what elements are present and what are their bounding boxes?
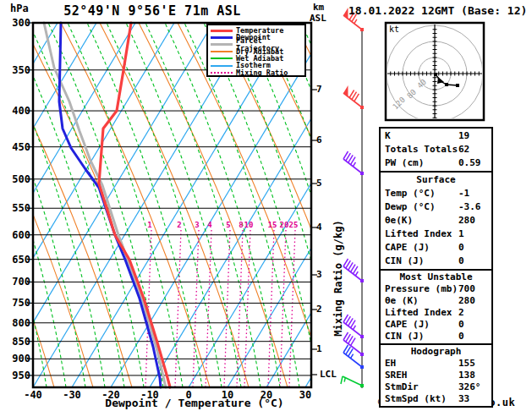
table-cell-value: 326° — [458, 381, 489, 393]
table-cell-value: 0.59 — [458, 156, 489, 170]
pressure-tick-label: 600 — [2, 230, 30, 240]
pressure-tick-label: 450 — [2, 142, 30, 152]
table-cell-value: 280 — [458, 214, 489, 227]
table-cell-value: -3.6 — [458, 200, 489, 214]
table-cell-label: Dewp (°C) — [385, 200, 458, 214]
table-cell-label: StmDir — [385, 381, 458, 393]
table-row: Temp (°C)-1 — [381, 187, 491, 200]
pressure-tick-label: 350 — [2, 65, 30, 75]
table-row: Dewp (°C)-3.6 — [381, 200, 491, 214]
table-cell-label: CIN (J) — [385, 331, 458, 342]
mixing-ratio-axis-label: Mixing Ratio (g/kg) — [333, 194, 343, 363]
table-cell-label: PW (cm) — [385, 156, 458, 170]
lcl-label: LCL — [320, 370, 337, 379]
temperature-tick-label: 20 — [250, 390, 283, 400]
table-cell-label: CIN (J) — [385, 255, 458, 268]
height-tick-label: 5 — [316, 178, 322, 188]
table-row: StmDir326° — [381, 381, 491, 393]
table-cell-value: 1 — [458, 227, 489, 241]
table-cell-value: 0 — [458, 255, 489, 268]
table-cell-value: 138 — [458, 370, 489, 381]
pressure-tick-label: 950 — [2, 370, 30, 381]
table-cell-label: Lifted Index — [385, 227, 458, 241]
height-tick-label: 4 — [316, 222, 322, 232]
table-cell-value: 0 — [458, 319, 489, 331]
table-cell-label: Lifted Index — [385, 307, 458, 319]
table-row: CIN (J)0 — [381, 255, 491, 268]
table-cell-value: 0 — [458, 241, 489, 255]
legend-swatch — [211, 43, 233, 46]
pressure-tick-label: 850 — [2, 337, 30, 347]
height-axis-unit-km: km — [313, 3, 324, 12]
table-row: StmSpd (kt)33 — [381, 393, 491, 405]
pressure-tick-label: 750 — [2, 298, 30, 308]
table-section-header: Surface — [381, 173, 491, 187]
wind-barb — [341, 376, 364, 387]
height-tick-label: 7 — [316, 85, 322, 94]
table-cell-value: 280 — [458, 295, 489, 307]
table-row: Totals Totals62 — [381, 143, 491, 156]
indices-table: K19Totals Totals62PW (cm)0.59SurfaceTemp… — [379, 127, 493, 408]
table-row: θe (K)280 — [381, 295, 491, 307]
table-cell-label: EH — [385, 358, 458, 370]
mixing-ratio-value-label: 2 — [172, 222, 187, 229]
pressure-tick-label: 900 — [2, 353, 30, 364]
temperature-tick-label: 30 — [288, 390, 322, 400]
table-cell-label: Totals Totals — [385, 143, 458, 156]
table-row: PW (cm)0.59 — [381, 156, 491, 170]
pressure-tick-label: 650 — [2, 255, 30, 265]
table-cell-label: CAPE (J) — [385, 319, 458, 331]
height-tick-label: 1 — [316, 344, 322, 353]
table-cell-value: 33 — [458, 393, 489, 405]
legend-swatch — [211, 72, 233, 74]
wind-barb — [343, 85, 364, 109]
table-row: Lifted Index1 — [381, 227, 491, 241]
pressure-tick-label: 550 — [2, 203, 30, 213]
table-row: Lifted Index2 — [381, 307, 491, 319]
table-row: K19 — [381, 129, 491, 143]
temperature-tick-label: -30 — [55, 390, 89, 400]
legend-swatch — [211, 51, 233, 52]
table-cell-label: θe(K) — [385, 214, 458, 227]
table-section: SurfaceTemp (°C)-1Dewp (°C)-3.6θe(K)280L… — [379, 171, 493, 271]
table-row: EH155 — [381, 358, 491, 370]
table-cell-value: 62 — [458, 143, 489, 156]
table-cell-label: SREH — [385, 370, 458, 381]
table-cell-value: 700 — [458, 283, 489, 295]
mixing-ratio-lines — [145, 230, 295, 387]
table-cell-label: K — [385, 129, 458, 143]
height-tick-label: 6 — [316, 135, 322, 145]
table-cell-label: θe (K) — [385, 295, 458, 307]
table-section-header: Most Unstable — [381, 271, 491, 283]
hodograph-unit-label: kt — [389, 25, 399, 34]
height-tick-label: 3 — [316, 270, 322, 279]
table-cell-value: 19 — [458, 129, 489, 143]
mixing-ratio-value-label: 10 — [241, 222, 256, 229]
table-section: Most UnstablePressure (mb)700θe (K)280Li… — [379, 269, 493, 345]
pressure-tick-label: 700 — [2, 277, 30, 287]
mixing-ratio-value-label: 25 — [286, 222, 301, 229]
legend-item: Mixing Ratio — [211, 69, 304, 76]
legend: TemperatureDewpointParcel TrajectoryDry … — [206, 24, 306, 77]
legend-swatch — [211, 36, 233, 39]
table-row: CAPE (J)0 — [381, 241, 491, 255]
table-cell-value: -1 — [458, 187, 489, 200]
wind-barb — [343, 151, 364, 175]
table-cell-value: 2 — [458, 307, 489, 319]
table-row: SREH138 — [381, 370, 491, 381]
pressure-tick-label: 400 — [2, 106, 30, 116]
table-row: CAPE (J)0 — [381, 319, 491, 331]
temperature-tick-label: 0 — [172, 390, 206, 400]
legend-swatch — [211, 30, 233, 32]
pressure-tick-label: 300 — [2, 18, 30, 28]
mixing-ratio-value-label: 1 — [142, 222, 157, 229]
table-cell-label: Pressure (mb) — [385, 283, 458, 295]
table-cell-label: Temp (°C) — [385, 187, 458, 200]
table-row: θe(K)280 — [381, 214, 491, 227]
table-section-header: Hodograph — [381, 346, 491, 358]
temperature-tick-label: -40 — [16, 390, 50, 400]
legend-swatch — [211, 58, 233, 59]
pressure-tick-label: 800 — [2, 318, 30, 328]
datetime-title: 18.01.2022 12GMT (Base: 12) — [348, 5, 527, 16]
pressure-tick-label: 500 — [2, 174, 30, 184]
